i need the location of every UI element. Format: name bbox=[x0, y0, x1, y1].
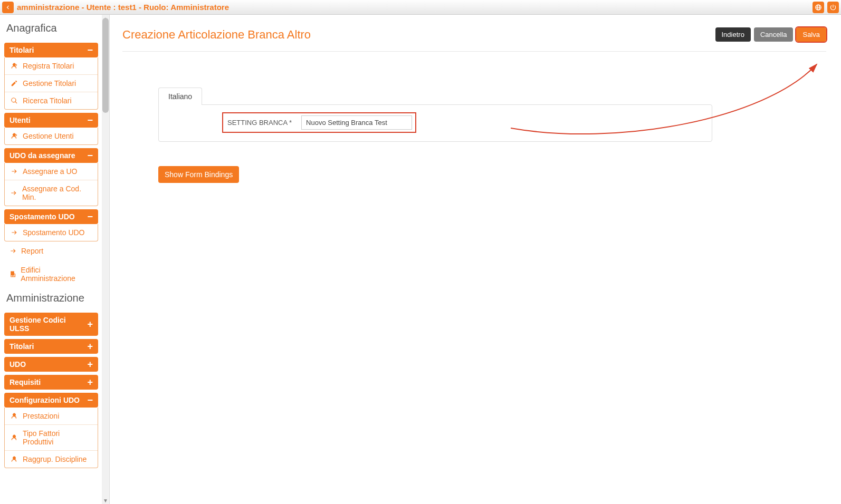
menu-prestazioni[interactable]: Prestazioni bbox=[5, 408, 98, 424]
menu-raggrup-discipline[interactable]: Raggrup. Discipline bbox=[5, 450, 98, 468]
chevron-left-icon bbox=[4, 4, 12, 11]
building-icon bbox=[9, 270, 16, 278]
user-plus-icon bbox=[10, 455, 18, 463]
save-button[interactable]: Salva bbox=[796, 27, 826, 42]
menu-label: Assegnare a Cod. Min. bbox=[22, 185, 92, 201]
panel-requisiti[interactable]: Requisiti + bbox=[4, 375, 98, 390]
form-card: SETTING BRANCA * bbox=[158, 104, 712, 142]
menu-assegnare-codmin[interactable]: Assegnare a Cod. Min. bbox=[5, 180, 98, 206]
edit-icon bbox=[10, 80, 18, 87]
page-title: Creazione Articolazione Branca Altro bbox=[122, 28, 311, 42]
menu-label: Ricerca Titolari bbox=[23, 96, 72, 105]
user-plus-icon bbox=[10, 434, 18, 441]
sidebar-scrollbar[interactable]: ▲ ▼ bbox=[102, 15, 109, 504]
logout-button[interactable] bbox=[827, 2, 839, 13]
menu-label: Raggrup. Discipline bbox=[23, 455, 87, 463]
panel-utenti-items: Gestione Utenti bbox=[4, 128, 98, 145]
plus-icon: + bbox=[87, 361, 93, 368]
field-setting-branca: SETTING BRANCA * bbox=[222, 112, 416, 133]
link-label: Report bbox=[21, 247, 43, 255]
setting-branca-input[interactable] bbox=[301, 115, 412, 130]
user-plus-icon bbox=[10, 412, 18, 420]
menu-label: Registra Titolari bbox=[23, 62, 74, 70]
plus-icon: + bbox=[87, 343, 93, 350]
menu-label: Tipo Fattori Produttivi bbox=[23, 429, 92, 446]
menu-spostamento-udo[interactable]: Spostamento UDO bbox=[5, 224, 98, 241]
panel-label: Gestione Codici ULSS bbox=[9, 316, 87, 333]
panel-label: Spostamento UDO bbox=[9, 212, 75, 221]
panel-udo-assegnare[interactable]: UDO da assegnare − bbox=[4, 148, 98, 163]
panel-label: Titolari bbox=[9, 46, 34, 54]
panel-config-udo-items: Prestazioni Tipo Fattori Produttivi Ragg… bbox=[4, 408, 98, 468]
plus-icon: + bbox=[87, 321, 93, 328]
user-plus-icon bbox=[10, 132, 18, 140]
panel-label: Requisiti bbox=[9, 378, 41, 386]
topbar: amministrazione - Utente : test1 - Ruolo… bbox=[0, 0, 841, 15]
action-buttons: Indietro Cancella Salva bbox=[715, 27, 827, 42]
field-label: SETTING BRANCA * bbox=[227, 119, 292, 127]
link-label: Edifici Amministrazione bbox=[21, 266, 93, 283]
globe-icon bbox=[815, 4, 822, 11]
link-report[interactable]: Report bbox=[4, 241, 98, 260]
plus-icon: + bbox=[87, 379, 93, 386]
power-icon bbox=[829, 4, 837, 11]
minus-icon: − bbox=[87, 46, 93, 54]
panel-spostamento-items: Spostamento UDO bbox=[4, 224, 98, 241]
menu-gestione-utenti[interactable]: Gestione Utenti bbox=[5, 128, 98, 144]
menu-label: Prestazioni bbox=[23, 412, 59, 420]
menu-registra-titolari[interactable]: Registra Titolari bbox=[5, 57, 98, 74]
scroll-thumb[interactable] bbox=[102, 18, 109, 113]
minus-icon: − bbox=[87, 213, 93, 220]
panel-config-udo[interactable]: Configurazioni UDO − bbox=[4, 393, 98, 408]
minus-icon: − bbox=[87, 117, 93, 124]
panel-label: UDO bbox=[9, 360, 26, 369]
menu-tipo-fattori[interactable]: Tipo Fattori Produttivi bbox=[5, 424, 98, 450]
section-amministrazione: Amministrazione bbox=[4, 288, 98, 309]
menu-ricerca-titolari[interactable]: Ricerca Titolari bbox=[5, 92, 98, 109]
panel-label: Utenti bbox=[9, 116, 31, 124]
user-plus-icon bbox=[10, 62, 18, 70]
panel-label: Configurazioni UDO bbox=[9, 396, 80, 404]
collapse-sidebar-button[interactable] bbox=[2, 2, 14, 13]
menu-gestione-titolari[interactable]: Gestione Titolari bbox=[5, 74, 98, 92]
link-edifici[interactable]: Edifici Amministrazione bbox=[4, 260, 98, 288]
show-form-bindings-button[interactable]: Show Form Bindings bbox=[158, 166, 239, 183]
panel-label: Titolari bbox=[9, 342, 34, 351]
search-icon bbox=[10, 97, 18, 104]
panel-label: UDO da assegnare bbox=[9, 151, 75, 160]
panel-udo-assegnare-items: Assegnare a UO Assegnare a Cod. Min. bbox=[4, 163, 98, 206]
menu-label: Gestione Utenti bbox=[23, 132, 74, 140]
arrow-right-icon bbox=[10, 189, 18, 197]
form-area: Italiano SETTING BRANCA * bbox=[158, 88, 826, 142]
menu-label: Spostamento UDO bbox=[23, 228, 85, 237]
menu-label: Gestione Titolari bbox=[23, 79, 76, 88]
panel-titolari[interactable]: Titolari − bbox=[4, 43, 98, 57]
scroll-down-icon: ▼ bbox=[102, 497, 109, 504]
panel-udo[interactable]: UDO + bbox=[4, 357, 98, 372]
minus-icon: − bbox=[87, 396, 93, 404]
panel-utenti[interactable]: Utenti − bbox=[4, 113, 98, 128]
arrow-right-icon bbox=[10, 168, 18, 175]
back-button[interactable]: Indietro bbox=[715, 27, 751, 42]
panel-titolari2[interactable]: Titolari + bbox=[4, 339, 98, 354]
menu-label: Assegnare a UO bbox=[23, 167, 78, 176]
panel-titolari-items: Registra Titolari Gestione Titolari Rice… bbox=[4, 57, 98, 110]
page-header: Creazione Articolazione Branca Altro Ind… bbox=[122, 27, 826, 52]
panel-spostamento[interactable]: Spostamento UDO − bbox=[4, 209, 98, 224]
arrow-right-icon bbox=[9, 247, 17, 255]
main-content: Creazione Articolazione Branca Altro Ind… bbox=[110, 15, 841, 504]
section-anagrafica: Anagrafica bbox=[4, 18, 98, 40]
cancel-button[interactable]: Cancella bbox=[754, 27, 794, 42]
app-title: amministrazione - Utente : test1 - Ruolo… bbox=[17, 3, 229, 12]
menu-assegnare-uo[interactable]: Assegnare a UO bbox=[5, 163, 98, 180]
sidebar: Anagrafica Titolari − Registra Titolari … bbox=[0, 15, 110, 504]
panel-gestione-codici[interactable]: Gestione Codici ULSS + bbox=[4, 313, 98, 336]
tab-italiano[interactable]: Italiano bbox=[158, 88, 202, 105]
language-button[interactable] bbox=[813, 2, 824, 13]
arrow-right-icon bbox=[10, 229, 18, 236]
minus-icon: − bbox=[87, 152, 93, 159]
